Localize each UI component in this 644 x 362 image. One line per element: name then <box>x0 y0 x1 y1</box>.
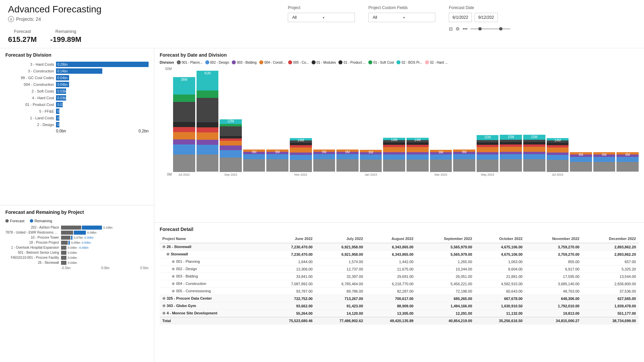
table-row: ⊕001 - Planning1,644.001,574.001,442.001… <box>160 258 639 265</box>
division-bar: 0.01bn <box>56 115 59 121</box>
expand-button[interactable]: ⊕ <box>172 289 175 293</box>
table-row: ⊖4 - Monroe Site Development55,264.0014,… <box>160 310 639 317</box>
row-value: 6,921,958.00 <box>315 251 366 258</box>
bar-segment <box>500 135 522 140</box>
x-axis-label: Nov 2022 <box>294 173 308 176</box>
row-value: 75,523,680.46 <box>265 317 315 324</box>
bar-legend-entry: 01 - Soft Cost <box>368 60 394 64</box>
legend-color-dot <box>338 60 342 64</box>
division-label: 4 - Hard Cost <box>5 96 54 100</box>
x-axis-label: May 2023 <box>481 173 494 176</box>
row-value: 4,582,915.00 <box>475 280 525 288</box>
bar-segment <box>593 162 615 172</box>
bar-group: 14M <box>407 137 429 176</box>
stacked-bar: 9M <box>453 149 475 172</box>
project-row: 7878 - United - EWR Restrooms Reno... 0.… <box>5 231 149 235</box>
table-row: ⊕005 - Commissioning93,787.0089,786.0082… <box>160 288 639 295</box>
bar-group: 15M <box>500 134 522 176</box>
remaining-bar <box>71 236 72 240</box>
row-value: 26,051.00 <box>416 273 475 280</box>
expand-button[interactable]: ⊕ <box>172 282 175 286</box>
bar-group: 9M <box>336 149 359 176</box>
division-label: 3 - Construction <box>5 69 54 73</box>
table-row: ⊖26 - Stonewall7,230,470.006,921,958.006… <box>160 243 639 251</box>
remaining-bar <box>68 241 70 245</box>
forecast-val: 0.04bn <box>68 246 77 249</box>
app-title: Advanced Forecasting <box>8 4 162 15</box>
table-header: September 2022 <box>416 235 475 243</box>
row-name: ⊕002 - Design <box>160 265 265 273</box>
bar-segment <box>453 152 475 154</box>
bar-segment <box>407 160 429 172</box>
bar-legend-entry: 002 - Design <box>205 60 229 64</box>
bar-segment <box>336 154 359 159</box>
bar-segment <box>220 119 242 124</box>
division-axis: 0.0bn 0.2bn <box>5 129 149 133</box>
bar-segment <box>243 159 265 172</box>
custom-fields-select[interactable]: All ▾ <box>368 13 435 22</box>
row-value: 13,306.00 <box>265 265 315 273</box>
date-to-input[interactable]: 9/12/202 <box>475 13 498 22</box>
division-label: 2 - Soft Costs <box>5 89 54 93</box>
bar-segment <box>290 160 312 172</box>
expand-button[interactable]: ⊖ <box>162 296 165 300</box>
row-value: 1,265.00 <box>416 258 475 265</box>
date-from-input[interactable]: 6/1/2022 <box>449 13 472 22</box>
row-value: 77,486,902.62 <box>315 317 366 324</box>
bar-segment <box>616 152 639 155</box>
row-value: 34,815,000.27 <box>525 317 582 324</box>
row-value: 7,087,892.00 <box>265 280 315 288</box>
row-value: 2,893,862.20 <box>582 251 639 258</box>
bar-group: 14MJul 2023 <box>547 138 569 176</box>
division-row: 3 - Construction 0.14bn <box>5 68 149 74</box>
slider-thumb-left[interactable] <box>478 27 482 31</box>
row-value: 10,244.00 <box>416 265 475 273</box>
slider-thumb-right[interactable] <box>499 27 502 31</box>
bar-segment <box>477 135 499 140</box>
date-slider[interactable] <box>470 28 511 29</box>
division-row: 4 - Hard Cost 0.03bn <box>5 95 149 101</box>
legend-item: Remaining <box>30 219 52 223</box>
project-filter-label: Project <box>288 5 355 10</box>
division-label: 004 - Construction <box>5 82 54 86</box>
custom-fields-label: Project Custom Fields <box>368 5 435 10</box>
more-icon[interactable]: ••• <box>463 26 468 32</box>
table-header: Project Name <box>160 235 265 243</box>
bar-segment <box>430 160 452 172</box>
division-bar-container: 0.14bn <box>56 68 149 74</box>
row-value: 627,565.00 <box>582 295 639 302</box>
bar-segment <box>500 147 522 152</box>
bar-segment <box>290 145 312 147</box>
bar-group: 8M <box>593 152 615 176</box>
expand-button[interactable]: ⊕ <box>172 259 175 263</box>
x-axis-label: Jul 2022 <box>178 173 190 176</box>
row-name: Total <box>160 317 265 324</box>
expand-button[interactable]: ⊕ <box>172 274 175 278</box>
bar-segment <box>197 71 219 90</box>
filter-icon[interactable]: ⊟ <box>449 26 453 32</box>
bar-segment <box>593 152 615 155</box>
row-value: 48,763.00 <box>525 288 582 295</box>
expand-button[interactable]: ⊕ <box>172 267 175 271</box>
bar-segment <box>383 138 405 140</box>
division-legend-label: Division <box>160 60 174 64</box>
remaining-bar <box>82 226 102 230</box>
bar-group: 15MMay 2023 <box>477 135 499 176</box>
expand-button[interactable]: ⊖ <box>162 311 165 315</box>
bar-segment <box>570 157 592 162</box>
expand-button[interactable]: ⊖ <box>162 245 165 249</box>
project-row: 1 - Overlook Hospital Expansion 0.04bn -… <box>5 246 149 250</box>
forecast-bar <box>61 261 66 265</box>
project-filter-select[interactable]: All ▾ <box>288 13 355 22</box>
forecast-val: 0.04bn <box>68 251 77 254</box>
division-bar: 0.02bn <box>56 102 63 107</box>
expand-button[interactable]: ⊖ <box>162 304 165 308</box>
project-row: FA010110-001 - Procore Facility 0.04bn <box>5 256 149 260</box>
main-content: Forecast by Division 3 - Hard Costs 0.28… <box>0 48 644 362</box>
expand-button[interactable]: ⊖ <box>166 252 169 256</box>
project-bars: 0.05bn 0.00bn <box>61 241 149 245</box>
x-axis-label: Jan 2023 <box>365 173 377 176</box>
bar-segment <box>360 155 382 160</box>
settings-icon[interactable]: ⚙ <box>455 26 460 32</box>
project-section: Forecast and Remaining by Project Foreca… <box>0 205 154 362</box>
